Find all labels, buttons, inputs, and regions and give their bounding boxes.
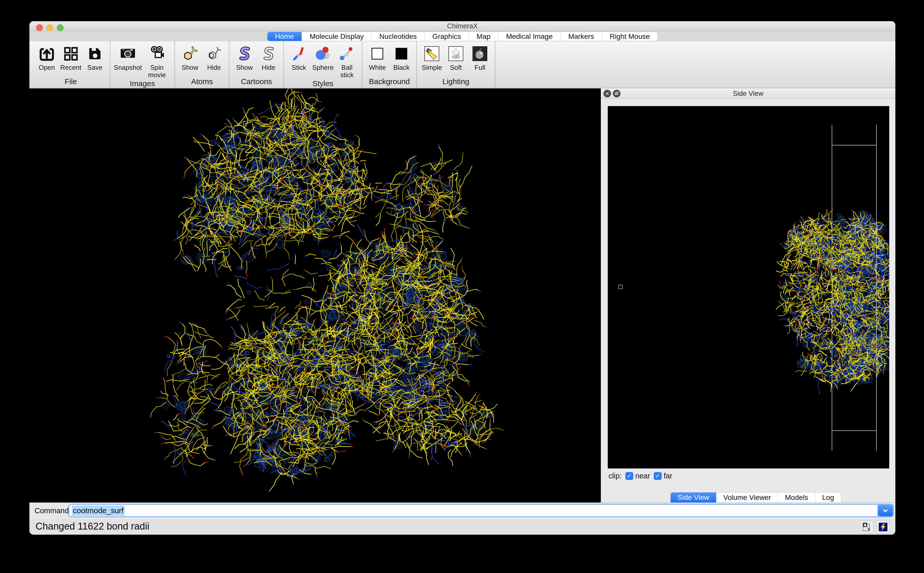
chevron-down-icon [882, 507, 889, 514]
far-clip-line[interactable] [876, 125, 877, 451]
tab-graphics[interactable]: Graphics [425, 32, 469, 41]
full-lighting-icon [473, 44, 487, 63]
near-checkbox[interactable] [625, 472, 633, 480]
cartoons-hide-label: Hide [262, 64, 275, 71]
background-white-button[interactable]: White [366, 43, 388, 71]
stick-label: Stick [292, 64, 306, 71]
side-view-viewport[interactable] [608, 106, 889, 468]
group-caption-lighting: Lighting [442, 77, 469, 88]
group-caption-atoms: Atoms [191, 77, 213, 88]
ball-stick-style-icon [339, 44, 355, 63]
command-label: Command: [34, 503, 71, 518]
toolbar-group-images: Snapshot Spin movie Images [110, 41, 175, 88]
title-bar: ChimeraX [30, 21, 895, 31]
eye-position-handle[interactable] [618, 285, 623, 289]
status-message: Changed 11622 bond radii [36, 518, 149, 535]
toolbar-group-atoms: Show Hide Atoms [175, 41, 230, 88]
window-title: ChimeraX [30, 21, 895, 31]
lighting-simple-button[interactable]: Simple [421, 43, 443, 71]
ribbon-tab-pill: Home Molecule Display Nucleotides Graphi… [267, 32, 658, 41]
black-label: Black [393, 64, 410, 71]
atoms-show-button[interactable]: Show [179, 43, 201, 71]
cartoons-hide-button[interactable]: Hide [257, 43, 280, 71]
atoms-hide-icon [206, 44, 222, 63]
near-clip-line[interactable] [832, 125, 832, 451]
style-ball-stick-button[interactable]: Ball stick [336, 43, 358, 79]
tab-home[interactable]: Home [267, 32, 302, 41]
stick-style-icon [291, 44, 307, 63]
select-region-button[interactable] [860, 521, 873, 533]
atoms-show-icon [182, 44, 198, 63]
command-row: Command: cootmode_surf [30, 503, 895, 518]
atoms-hide-label: Hide [207, 64, 221, 71]
recent-icon [63, 44, 79, 63]
open-icon [39, 44, 55, 63]
atoms-hide-button[interactable]: Hide [203, 43, 225, 71]
background-black-button[interactable]: Black [390, 43, 413, 71]
sphere-label: Sphere [312, 64, 334, 71]
toolbar-group-background: White Black Background [363, 41, 417, 88]
tab-right-mouse[interactable]: Right Mouse [602, 32, 658, 41]
status-bar: Changed 11622 bond radii [30, 518, 895, 535]
resize-region-icon [861, 522, 872, 532]
lightning-icon [878, 522, 888, 532]
command-combobox[interactable]: cootmode_surf [68, 504, 894, 517]
style-stick-button[interactable]: Stick [288, 43, 310, 71]
group-caption-cartoons: Cartoons [241, 77, 272, 88]
simple-label: Simple [421, 64, 442, 71]
cartoons-hide-icon [260, 44, 277, 63]
tab-medical-image[interactable]: Medical Image [498, 32, 561, 41]
side-molecule-render [608, 106, 889, 468]
command-input[interactable]: cootmode_surf [69, 505, 877, 516]
far-label: far [664, 472, 672, 480]
snapshot-button[interactable]: Snapshot [114, 43, 142, 71]
lightning-button[interactable] [877, 521, 890, 533]
group-caption-background: Background [369, 77, 410, 88]
save-button[interactable]: Save [84, 43, 106, 71]
group-caption-file: File [65, 77, 77, 88]
tab-nucleotides[interactable]: Nucleotides [372, 32, 425, 41]
side-view-header: ✕ Side View [601, 88, 895, 99]
recent-label: Recent [60, 64, 81, 71]
toolbar-group-lighting: Simple Soft Full Light [417, 41, 495, 88]
white-label: White [369, 64, 386, 71]
tab-log[interactable]: Log [815, 493, 841, 503]
lighting-full-button[interactable]: Full [469, 43, 491, 71]
style-sphere-button[interactable]: Sphere [312, 43, 334, 71]
main-3d-viewport[interactable] [30, 88, 601, 503]
lighting-soft-button[interactable]: Soft [445, 43, 467, 71]
open-button[interactable]: Open [36, 43, 58, 71]
snapshot-label: Snapshot [114, 64, 142, 71]
command-text-selected: cootmode_surf [72, 506, 125, 516]
save-label: Save [87, 64, 102, 71]
tool-tabs: Side View Volume Viewer Models Log [670, 492, 841, 503]
cartoons-show-button[interactable]: Show [233, 43, 256, 71]
full-label: Full [475, 64, 485, 71]
command-history-dropdown[interactable] [878, 505, 893, 516]
cartoons-show-icon [236, 44, 253, 63]
chimerax-window: ChimeraX Home Molecule Display Nucleotid… [30, 21, 895, 535]
group-caption-styles: Styles [312, 79, 334, 89]
tab-molecule-display[interactable]: Molecule Display [302, 32, 372, 41]
tab-side-view[interactable]: Side View [670, 493, 716, 503]
cartoons-show-label: Show [236, 64, 253, 71]
tab-markers[interactable]: Markers [561, 32, 602, 41]
content-area: ✕ Side View clip: [30, 88, 895, 503]
tab-volume-viewer[interactable]: Volume Viewer [716, 493, 778, 503]
tab-map[interactable]: Map [469, 32, 498, 41]
clip-far-option[interactable]: far [654, 472, 672, 480]
clip-near-option[interactable]: near [625, 472, 650, 480]
soft-label: Soft [450, 64, 462, 71]
toolbar-group-file: Open Recent Save File [32, 41, 110, 88]
group-caption-images: Images [130, 79, 155, 89]
recent-button[interactable]: Recent [60, 43, 82, 71]
toolbar-group-styles: Stick Sphere Ball stick [284, 41, 363, 88]
far-checkbox[interactable] [654, 472, 662, 480]
white-background-icon [371, 44, 383, 63]
spin-movie-label: Spin movie [143, 64, 171, 79]
save-icon [87, 44, 103, 63]
tab-models[interactable]: Models [778, 493, 815, 503]
spin-movie-button[interactable]: Spin movie [143, 43, 171, 79]
home-toolbar: Open Recent Save File [30, 41, 895, 88]
atoms-show-label: Show [182, 64, 198, 71]
